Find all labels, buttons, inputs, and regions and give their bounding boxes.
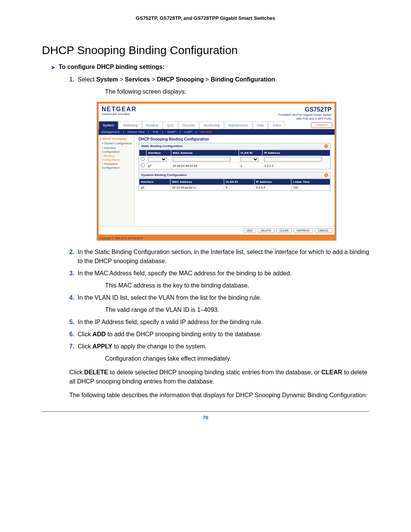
step-number: 7. xyxy=(69,342,78,351)
step-5: 5. In the IP Address field, specify a va… xyxy=(69,318,369,327)
brand-tagline: Connect with Innovation xyxy=(102,113,137,115)
help-icon[interactable]: ? xyxy=(324,173,328,177)
ip-input[interactable] xyxy=(264,157,322,161)
procedure-title: To configure DHCP binding settings: xyxy=(59,64,165,70)
subtab-snmp[interactable]: SNMP xyxy=(167,130,176,134)
model-code: GS752TP xyxy=(278,106,331,113)
mac-input[interactable] xyxy=(173,157,231,161)
step-number: 2. xyxy=(69,248,78,266)
tab-security[interactable]: Security xyxy=(178,121,199,129)
step-4-note: The valid range of the VLAN ID is 1–4093… xyxy=(105,305,369,315)
add-button[interactable]: ADD xyxy=(244,228,256,233)
col-vlan: VLAN ID xyxy=(224,179,255,185)
col-interface: Interface xyxy=(147,150,171,156)
delete-button[interactable]: DELETE xyxy=(258,228,275,233)
section-title: DHCP Snooping Binding Configuration xyxy=(42,44,369,57)
brand-name: NETGEAR xyxy=(102,106,137,113)
screenshot: NETGEAR Connect with Innovation GS752TP … xyxy=(97,102,336,241)
step-number: 5. xyxy=(69,318,78,327)
breadcrumb-part: DHCP Snooping xyxy=(157,76,204,83)
step-text: Select xyxy=(78,76,96,83)
static-data-row: g7 22:44:22:44:22:44 3 2.2.2.2 xyxy=(139,163,330,169)
procedure-heading: ➤ To configure DHCP binding settings: xyxy=(51,64,369,70)
sidenav-persistent-config[interactable]: » Persistent Configuration xyxy=(102,162,133,169)
sidenav-global-config[interactable]: » Global Configuration xyxy=(102,142,133,145)
clear-button[interactable]: CLEAR xyxy=(276,228,292,233)
breadcrumb-part: Binding Configuration xyxy=(211,76,275,83)
subtab-management[interactable]: Management xyxy=(102,130,119,134)
sidenav-binding-config[interactable]: » Binding Configuration xyxy=(102,154,133,161)
dynamic-title: Dynamic Binding Configuration xyxy=(141,173,187,177)
step-text: to add the DHCP snooping binding entry t… xyxy=(106,331,262,337)
panel-title: DHCP Snooping Binding Configuration xyxy=(139,137,331,141)
refresh-button[interactable]: REFRESH xyxy=(293,228,313,233)
step-text: In the IP Address field, specify a valid… xyxy=(78,318,369,327)
cell-ip: 4.4.4.4 xyxy=(254,185,292,190)
step-text: Click xyxy=(78,343,92,350)
page-rule xyxy=(42,411,369,412)
tab-help[interactable]: Help xyxy=(253,121,268,129)
sidenav-interface-config[interactable]: » Interface Configuration xyxy=(102,146,133,153)
subtab-device-view[interactable]: Device View xyxy=(128,130,145,134)
step-1: 1. Select System > Services > DHCP Snoop… xyxy=(69,75,369,84)
cell-interface: g7 xyxy=(147,163,171,169)
tab-system[interactable]: System xyxy=(99,121,118,129)
step-text: In the Static Binding Configuration sect… xyxy=(78,248,369,266)
step-text: to apply the change to the system. xyxy=(112,343,207,350)
step-3-note: This MAC address is the key to the bindi… xyxy=(105,281,369,290)
tab-index[interactable]: Index xyxy=(268,121,285,129)
main-tabs: System Switching Routing QoS Security Mo… xyxy=(99,121,335,129)
sidenav-group[interactable]: v DHCP Snooping xyxy=(100,137,133,141)
static-title: Static Binding Configuration xyxy=(141,144,182,148)
subtab-services[interactable]: Services xyxy=(200,130,212,134)
step-2: 2. In the Static Binding Configuration s… xyxy=(69,248,369,266)
tab-switching[interactable]: Switching xyxy=(119,121,142,129)
step-7-note: Configuration changes take effect immedi… xyxy=(105,354,369,363)
step-number: 4. xyxy=(69,293,78,302)
step-text: In the MAC Address field, specify the MA… xyxy=(78,269,369,278)
logout-button[interactable]: LOGOUT xyxy=(311,122,332,128)
static-binding-section: Static Binding Configuration ? Interface… xyxy=(139,143,331,169)
copyright-bar: Copyright © 1996-2012 NETGEAR ® xyxy=(97,236,336,240)
breadcrumb-part: Services xyxy=(125,76,150,83)
product-id: GS752TP ProSafe® 48-Port Gigabit Smart S… xyxy=(278,106,331,120)
step-7: 7. Click APPLY to apply the change to th… xyxy=(69,342,369,351)
help-icon[interactable]: ? xyxy=(324,144,328,148)
side-nav: v DHCP Snooping » Global Configuration »… xyxy=(99,135,135,226)
vlan-select[interactable] xyxy=(241,157,259,161)
col-interface: Interface xyxy=(139,179,170,185)
doc-header: GS752TP, GS728TP, and GS728TPP Gigabit S… xyxy=(42,15,369,21)
step-6: 6. Click ADD to add the DHCP snooping bi… xyxy=(69,330,369,339)
sub-tabs: Management| Device View| PoE| SNMP| LLDP… xyxy=(99,129,335,135)
page-number: 70 xyxy=(42,415,369,420)
static-input-row xyxy=(139,156,330,163)
tab-qos[interactable]: QoS xyxy=(163,121,178,129)
dynamic-binding-section: Dynamic Binding Configuration ? Interfac… xyxy=(139,172,331,191)
tab-monitoring[interactable]: Monitoring xyxy=(199,121,224,129)
step-text: Click xyxy=(78,331,92,337)
row-select-checkbox[interactable] xyxy=(141,157,145,161)
arrow-icon: ➤ xyxy=(51,64,56,70)
breadcrumb-part: System xyxy=(96,76,118,83)
cell-lease: 100 xyxy=(292,185,330,190)
col-lease: Lease Time xyxy=(292,179,330,185)
action-buttons: ADD DELETE CLEAR REFRESH CANCEL xyxy=(99,226,335,235)
row-select-checkbox[interactable] xyxy=(141,163,145,167)
col-ip: IP Address xyxy=(263,150,330,156)
delete-clear-note: Click DELETE to delete selected DHCP sno… xyxy=(69,368,369,386)
cell-mac: 22:44:22:44:22:44 xyxy=(171,163,239,169)
subtab-lldp[interactable]: LLDP xyxy=(184,130,192,134)
step-text: In the VLAN ID list, select the VLAN fro… xyxy=(78,293,369,302)
interface-select[interactable] xyxy=(148,157,167,161)
cell-mac: 02:33:44:aa:bb:cc xyxy=(170,185,224,190)
model-desc: ProSafe® 48-Port Gigabit Smart Switch xyxy=(278,113,331,117)
tab-routing[interactable]: Routing xyxy=(142,121,162,129)
step-3: 3. In the MAC Address field, specify the… xyxy=(69,269,369,278)
step-1-result: The following screen displays: xyxy=(105,87,369,96)
step-text-bold: APPLY xyxy=(92,343,112,350)
model-desc: with PoE and 4 SFP Ports xyxy=(278,117,331,121)
cancel-button[interactable]: CANCEL xyxy=(315,228,332,233)
dynamic-data-row: g5 02:33:44:aa:bb:cc 5 4.4.4.4 100 xyxy=(139,185,330,190)
tab-maintenance[interactable]: Maintenance xyxy=(224,121,252,129)
subtab-poe[interactable]: PoE xyxy=(153,130,159,134)
